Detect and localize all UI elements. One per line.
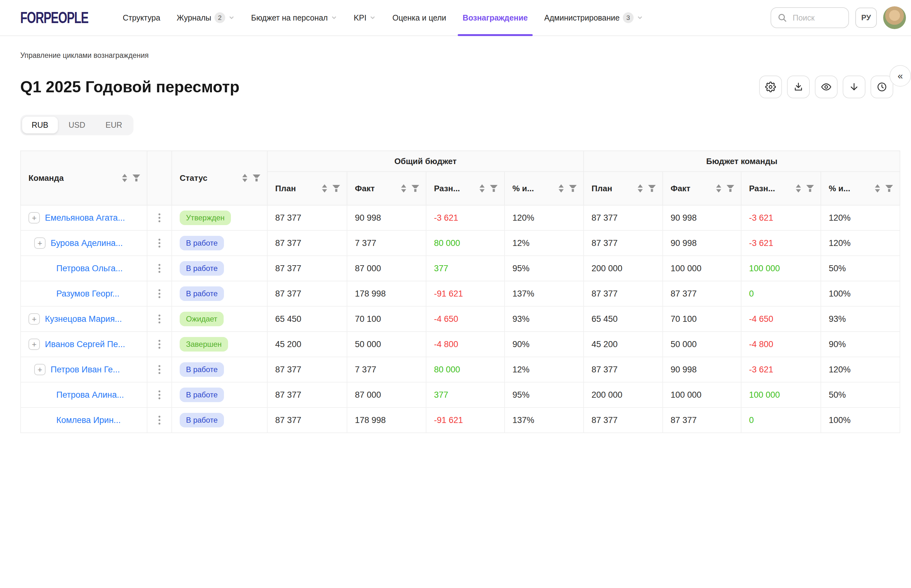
sort-icon[interactable] bbox=[400, 184, 407, 193]
filter-icon[interactable] bbox=[648, 185, 656, 192]
row-menu-button[interactable] bbox=[147, 205, 172, 230]
filter-icon[interactable] bbox=[806, 185, 814, 192]
sort-icon[interactable] bbox=[795, 184, 801, 193]
row-menu-button[interactable] bbox=[147, 357, 172, 382]
team-cell: +Петров Иван Ге... bbox=[21, 357, 147, 382]
team-member-link[interactable]: Кузнецова Мария... bbox=[45, 314, 122, 324]
expand-row-button[interactable]: + bbox=[34, 237, 45, 249]
overall-fact-cell: 90 998 bbox=[347, 205, 426, 231]
nav-item-бюджет-на-персонал[interactable]: Бюджет на персонал bbox=[251, 0, 337, 36]
nav-item-оценка-и-цели[interactable]: Оценка и цели bbox=[392, 0, 446, 36]
brand-logo[interactable]: FORPEOPLE bbox=[20, 8, 74, 27]
column-header-план[interactable]: План bbox=[267, 172, 347, 205]
filter-icon[interactable] bbox=[411, 185, 419, 192]
filter-icon[interactable] bbox=[252, 174, 261, 182]
row-menu-button[interactable] bbox=[147, 332, 172, 357]
status-badge: В работе bbox=[180, 362, 224, 377]
currency-tab-usd[interactable]: USD bbox=[59, 117, 95, 133]
team-diff-cell: 0 bbox=[741, 281, 821, 306]
download-button[interactable] bbox=[843, 76, 866, 98]
language-button[interactable]: РУ bbox=[855, 8, 877, 28]
team-plan-cell: 65 450 bbox=[584, 306, 663, 332]
column-header-план[interactable]: План bbox=[584, 172, 663, 205]
column-header-team[interactable]: Команда bbox=[21, 151, 147, 205]
overall-fact-cell: 70 100 bbox=[347, 306, 426, 332]
overall-fact-cell: 50 000 bbox=[347, 332, 426, 357]
filter-icon[interactable] bbox=[726, 185, 735, 192]
expand-row-button[interactable]: + bbox=[34, 364, 45, 375]
row-menu-button[interactable] bbox=[147, 256, 172, 281]
expand-row-button[interactable]: + bbox=[29, 339, 40, 350]
team-member-link[interactable]: Иванов Сергей Пе... bbox=[45, 339, 125, 349]
sort-icon[interactable] bbox=[242, 174, 248, 183]
table-row: Петрова Алина...В работе87 37787 0003779… bbox=[21, 382, 900, 407]
nav-item-журналы[interactable]: Журналы2 bbox=[177, 0, 235, 36]
team-member-link[interactable]: Петров Иван Ге... bbox=[50, 365, 120, 375]
sort-icon[interactable] bbox=[637, 184, 643, 193]
team-cell: +Емельянова Агата... bbox=[21, 205, 147, 231]
user-avatar[interactable] bbox=[883, 6, 906, 29]
sort-icon[interactable] bbox=[479, 184, 485, 193]
nav-item-вознаграждение[interactable]: Вознаграждение bbox=[463, 0, 528, 36]
search-icon bbox=[778, 13, 787, 23]
team-member-link[interactable]: Емельянова Агата... bbox=[45, 213, 125, 223]
column-header-status[interactable]: Статус bbox=[172, 151, 267, 205]
team-cell: Петрова Ольга... bbox=[21, 256, 147, 281]
column-header-разн[interactable]: Разн... bbox=[741, 172, 821, 205]
overall-fact-cell: 87 000 bbox=[347, 256, 426, 281]
team-cell: Комлева Ирин... bbox=[21, 407, 147, 433]
status-cell: Завершен bbox=[172, 332, 267, 357]
sort-icon[interactable] bbox=[715, 184, 722, 193]
team-member-link[interactable]: Комлева Ирин... bbox=[56, 415, 121, 425]
sort-icon[interactable] bbox=[121, 174, 128, 183]
row-menu-button[interactable] bbox=[147, 307, 172, 331]
filter-icon[interactable] bbox=[569, 185, 577, 192]
column-header-факт[interactable]: Факт bbox=[663, 172, 741, 205]
status-badge: В работе bbox=[180, 236, 224, 250]
row-menu-button[interactable] bbox=[147, 281, 172, 306]
team-member-link[interactable]: Петрова Алина... bbox=[56, 390, 124, 400]
filter-icon[interactable] bbox=[490, 185, 498, 192]
nav-item-label: Журналы bbox=[177, 13, 211, 23]
column-header-разн[interactable]: Разн... bbox=[426, 172, 505, 205]
sort-icon[interactable] bbox=[558, 184, 564, 193]
team-plan-cell: 87 377 bbox=[584, 205, 663, 231]
team-diff-cell: 0 bbox=[741, 407, 821, 433]
row-menu-button[interactable] bbox=[147, 408, 172, 433]
import-button[interactable] bbox=[787, 76, 810, 98]
search-box[interactable] bbox=[770, 7, 849, 28]
team-fact-cell: 90 998 bbox=[663, 205, 741, 231]
team-percent-cell: 120% bbox=[821, 205, 900, 231]
team-fact-cell: 100 000 bbox=[663, 256, 741, 281]
currency-tab-rub[interactable]: RUB bbox=[22, 117, 58, 133]
overall-percent-cell: 12% bbox=[505, 357, 584, 382]
column-header-label: % и... bbox=[829, 184, 850, 194]
team-member-link[interactable]: Петрова Ольга... bbox=[56, 264, 123, 273]
overall-plan-cell: 87 377 bbox=[267, 256, 347, 281]
filter-icon[interactable] bbox=[132, 174, 141, 182]
overall-percent-cell: 90% bbox=[505, 332, 584, 357]
nav-item-структура[interactable]: Структура bbox=[123, 0, 160, 36]
search-input[interactable] bbox=[791, 13, 842, 23]
filter-icon[interactable] bbox=[885, 185, 893, 192]
nav-item-администрирование[interactable]: Администрирование3 bbox=[544, 0, 643, 36]
column-header-%и[interactable]: % и... bbox=[821, 172, 900, 205]
row-actions-cell bbox=[147, 281, 172, 306]
sort-icon[interactable] bbox=[874, 184, 881, 193]
collapse-panel-button[interactable]: « bbox=[890, 65, 911, 87]
settings-button[interactable] bbox=[759, 76, 782, 98]
team-member-link[interactable]: Бурова Аделина... bbox=[50, 238, 123, 248]
column-header-факт[interactable]: Факт bbox=[347, 172, 426, 205]
row-actions-cell bbox=[147, 231, 172, 256]
sort-icon[interactable] bbox=[321, 184, 328, 193]
column-header-%и[interactable]: % и... bbox=[505, 172, 584, 205]
expand-row-button[interactable]: + bbox=[29, 313, 40, 325]
preview-button[interactable] bbox=[815, 76, 838, 98]
row-menu-button[interactable] bbox=[147, 383, 172, 407]
currency-tab-eur[interactable]: EUR bbox=[96, 117, 132, 133]
filter-icon[interactable] bbox=[332, 185, 340, 192]
nav-item-kpi[interactable]: KPI bbox=[354, 0, 376, 36]
team-member-link[interactable]: Разумов Георг... bbox=[56, 289, 119, 299]
row-menu-button[interactable] bbox=[147, 231, 172, 255]
expand-row-button[interactable]: + bbox=[29, 212, 40, 223]
